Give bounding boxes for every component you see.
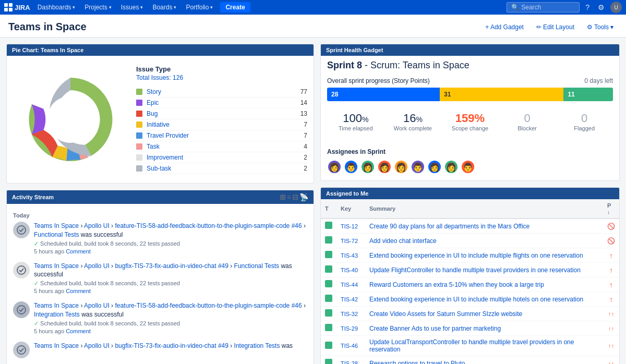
nav-portfolio[interactable]: Portfolio ▾ — [182, 2, 217, 13]
issue-summary-link[interactable]: Create Video Assets for Saturn Summer SI… — [369, 310, 522, 318]
sub-link[interactable]: Apollo UI — [84, 302, 110, 309]
activity-status: ✓ — [34, 320, 39, 327]
issue-key-cell: TIS-12 — [336, 219, 365, 234]
issue-key-link[interactable]: TIS-29 — [341, 325, 358, 332]
project-link[interactable]: Teams In Space — [34, 222, 79, 229]
issue-summary-cell: Update FlightController to handle multip… — [365, 263, 603, 277]
assignee-avatar[interactable]: 👩 — [394, 160, 408, 174]
jira-logo[interactable]: JIRA — [4, 3, 30, 11]
issue-summary-link[interactable]: Add video chat interface — [369, 237, 437, 245]
edit-layout-button[interactable]: ✏ Edit Layout — [532, 21, 579, 33]
issue-key-link[interactable]: TIS-12 — [341, 223, 358, 229]
build-num-link[interactable]: #49 — [218, 342, 228, 349]
table-icon[interactable]: ⊟ — [292, 193, 298, 201]
issue-summary-cell: Create 90 day plans for all departments … — [365, 219, 603, 234]
issue-summary-link[interactable]: Research options to travel to Pluto — [369, 360, 465, 365]
story-type-icon — [325, 222, 332, 229]
help-icon[interactable]: ? — [583, 2, 592, 13]
activity-text: Teams In Space › Apollo UI › bugfix-TIS-… — [34, 262, 307, 280]
search-bar[interactable]: 🔍 — [507, 2, 580, 13]
issue-type-cell — [321, 292, 336, 307]
branch-link[interactable]: feature-TIS-58-add-feedback-button-to-th… — [115, 302, 290, 309]
test-type-link[interactable]: Functional Tests — [34, 231, 79, 238]
legend-label[interactable]: Sub-task — [147, 165, 304, 172]
legend-label[interactable]: Epic — [147, 99, 300, 106]
assigned-to-me-header: Assigned to Me — [321, 188, 619, 199]
issue-key-link[interactable]: TIS-28 — [341, 360, 358, 365]
time-elapsed-stat: 100% Time elapsed — [327, 108, 384, 135]
assignee-avatar[interactable]: 👩 — [427, 160, 442, 174]
legend-label[interactable]: Task — [147, 143, 304, 150]
assignee-avatar[interactable]: 👩 — [377, 160, 392, 174]
issue-key-link[interactable]: TIS-40 — [341, 267, 358, 273]
nav-dashboards[interactable]: Dashboards ▾ — [33, 2, 80, 13]
sort-icon: ↓ — [607, 209, 610, 215]
legend-count: 4 — [304, 143, 307, 150]
issue-key-link[interactable]: TIS-46 — [341, 343, 358, 349]
branch-link[interactable]: bugfix-TIS-73-fix-audio-in-video-chat — [115, 342, 216, 349]
blocker-value: 0 — [502, 112, 553, 125]
nav-issues[interactable]: Issues ▾ — [117, 2, 148, 13]
tools-button[interactable]: ⚙ Tools ▾ — [583, 21, 618, 33]
build-num-link[interactable]: #49 — [218, 262, 228, 270]
comment-link[interactable]: Comment — [66, 288, 91, 294]
project-link[interactable]: Teams In Space — [34, 262, 79, 270]
legend-label[interactable]: Story — [147, 88, 300, 95]
comment-link[interactable]: Comment — [66, 328, 91, 334]
assignee-avatar[interactable]: 👩 — [444, 160, 459, 174]
assignee-avatar[interactable]: 👩 — [360, 160, 375, 174]
legend-label[interactable]: Bug — [147, 110, 300, 117]
legend-label[interactable]: Travel Provider — [147, 132, 304, 139]
test-type-link[interactable]: Functional Tests — [234, 262, 280, 270]
issue-key-link[interactable]: TIS-42 — [341, 296, 358, 302]
issue-summary-link[interactable]: Create 90 day plans for all departments … — [369, 223, 529, 230]
legend-label[interactable]: Improvement — [147, 154, 304, 161]
branch-link[interactable]: feature-TIS-58-add-feedback-button-to-th… — [115, 222, 290, 229]
sub-link[interactable]: Apollo UI — [84, 222, 110, 229]
rss-icon[interactable]: 📡 — [299, 193, 308, 201]
build-num-link[interactable]: #46 — [292, 302, 302, 309]
assignee-avatar[interactable]: 👨 — [461, 160, 475, 174]
create-button[interactable]: Create — [220, 2, 250, 13]
test-type-link[interactable]: Integration Tests — [34, 311, 80, 318]
svg-point-4 — [17, 226, 26, 234]
issue-summary-link[interactable]: Reward Customers an extra 5-10% when the… — [369, 281, 544, 288]
test-type-link[interactable]: Integration Tests — [234, 342, 280, 349]
legend-color-swatch — [136, 143, 142, 150]
grid-icon[interactable]: ⊞ — [280, 193, 286, 201]
search-input[interactable] — [521, 4, 573, 11]
nav-boards[interactable]: Boards ▾ — [148, 2, 180, 13]
assignees-row: 👩👨👩👩👩👨👩👩👨 — [327, 160, 613, 174]
sub-link[interactable]: Apollo UI — [84, 262, 110, 270]
svg-point-5 — [17, 266, 26, 274]
branch-link[interactable]: bugfix-TIS-73-fix-audio-in-video-chat — [115, 262, 216, 270]
issue-summary-link[interactable]: Extend booking experience in UI to inclu… — [369, 252, 583, 259]
add-gadget-button[interactable]: + Add Gadget — [481, 21, 528, 33]
assigned-table-body: TIS-12 Create 90 day plans for all depar… — [321, 219, 619, 364]
issue-summary-link[interactable]: Update FlightController to handle multip… — [369, 266, 581, 274]
issue-type-cell — [321, 356, 336, 365]
assignee-avatar[interactable]: 👨 — [344, 160, 358, 174]
comment-link[interactable]: Comment — [66, 248, 91, 254]
list-icon[interactable]: ≡ — [287, 193, 291, 201]
issue-summary-link[interactable]: Extend booking experience in UI to inclu… — [369, 296, 583, 303]
sub-link[interactable]: Apollo UI — [84, 342, 110, 349]
issue-key-link[interactable]: TIS-32 — [341, 311, 358, 317]
assignee-avatar[interactable]: 👨 — [411, 160, 425, 174]
total-link[interactable]: 126 — [173, 74, 183, 81]
project-link[interactable]: Teams In Space — [34, 342, 79, 349]
legend-label[interactable]: Initiative — [147, 121, 304, 128]
activity-icon — [13, 262, 30, 278]
build-num-link[interactable]: #46 — [292, 222, 302, 229]
issue-key-link[interactable]: TIS-44 — [341, 282, 358, 288]
project-link[interactable]: Teams In Space — [34, 302, 79, 309]
issue-key-link[interactable]: TIS-43 — [341, 252, 358, 259]
assignee-avatar[interactable]: 👩 — [327, 160, 342, 174]
time-elapsed-label: Time elapsed — [330, 125, 381, 131]
settings-icon[interactable]: ⚙ — [595, 2, 607, 13]
issue-summary-link[interactable]: Create Banner Ads to use for partner mar… — [369, 325, 501, 332]
issue-key-link[interactable]: TIS-72 — [341, 238, 358, 244]
user-avatar[interactable]: U — [610, 2, 622, 13]
issue-summary-link[interactable]: Update LocalTransportController to handl… — [369, 338, 574, 353]
nav-projects[interactable]: Projects ▾ — [80, 2, 115, 13]
